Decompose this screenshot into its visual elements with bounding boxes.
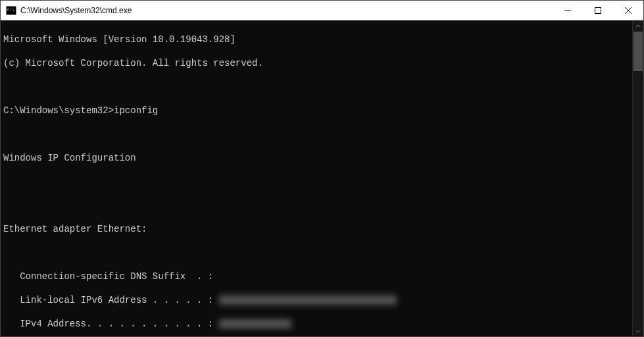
blank-line	[3, 247, 630, 259]
terminal-area: Microsoft Windows [Version 10.0.19043.92…	[1, 20, 643, 336]
terminal-output[interactable]: Microsoft Windows [Version 10.0.19043.92…	[1, 20, 632, 336]
scrollbar-thumb[interactable]	[633, 32, 643, 71]
vertical-scrollbar[interactable]	[632, 20, 643, 336]
dns-suffix-line: Connection-specific DNS Suffix . :	[3, 271, 630, 282]
scroll-up-button[interactable]	[633, 20, 643, 32]
blank-line	[3, 176, 630, 188]
close-button[interactable]	[613, 1, 643, 20]
maximize-button[interactable]	[583, 1, 613, 20]
minimize-button[interactable]	[553, 1, 583, 20]
maximize-icon	[595, 7, 601, 14]
minimize-icon	[564, 7, 571, 14]
version-line: Microsoft Windows [Version 10.0.19043.92…	[3, 34, 630, 45]
entered-command: ipconfig	[114, 105, 158, 116]
blank-line	[3, 128, 630, 140]
ipv6-label: Link-local IPv6 Address . . . . . :	[3, 295, 219, 305]
svg-rect-0	[595, 7, 601, 13]
cmd-icon	[6, 5, 16, 16]
adapter-header: Ethernet adapter Ethernet:	[3, 223, 630, 235]
chevron-up-icon	[635, 24, 641, 29]
window-title: C:\Windows\System32\cmd.exe	[20, 6, 553, 15]
chevron-down-icon	[635, 328, 641, 334]
window-titlebar: C:\Windows\System32\cmd.exe	[1, 1, 643, 20]
ipv4-label: IPv4 Address. . . . . . . . . . . :	[3, 319, 219, 329]
blank-line	[3, 199, 630, 211]
redacted-value	[219, 319, 291, 328]
copyright-line: (c) Microsoft Corporation. All rights re…	[3, 57, 630, 69]
window-controls	[553, 1, 643, 20]
close-icon	[625, 7, 632, 14]
ipv4-address-line: IPv4 Address. . . . . . . . . . . :	[3, 318, 630, 330]
blank-line	[3, 81, 630, 93]
prompt-line: C:\Windows\system32>ipconfig	[3, 105, 630, 117]
scroll-down-button[interactable]	[633, 325, 643, 336]
redacted-value	[219, 296, 397, 305]
prompt-path: C:\Windows\system32>	[3, 105, 114, 116]
ipv6-address-line: Link-local IPv6 Address . . . . . :	[3, 294, 630, 306]
ipconfig-header: Windows IP Configuration	[3, 152, 630, 164]
